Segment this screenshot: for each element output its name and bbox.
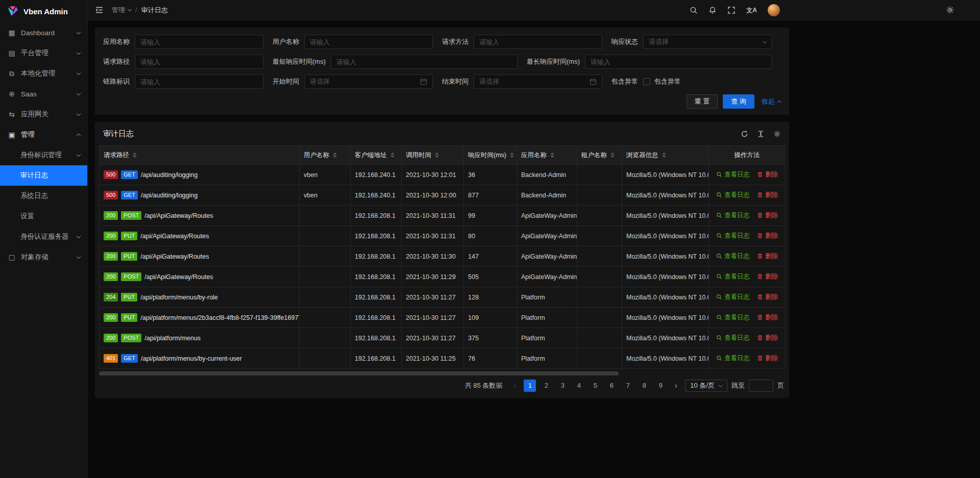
sidebar-item-1[interactable]: ▤平台管理	[0, 43, 87, 63]
collapse-label: 收起	[762, 97, 775, 106]
filter-input[interactable]	[135, 55, 263, 69]
user-avatar[interactable]	[768, 4, 780, 16]
sidebar-subitem-5-0[interactable]: 身份标识管理	[0, 145, 87, 165]
delete-link[interactable]: 删除	[757, 191, 778, 199]
method-tag: PUT	[121, 252, 137, 260]
sidebar-subitem-5-1[interactable]: 审计日志	[0, 165, 87, 186]
next-page-button[interactable]: ›	[671, 380, 681, 392]
column-header[interactable]: 租户名称	[577, 146, 622, 165]
settings-gear-icon[interactable]	[946, 6, 954, 14]
trash-icon	[757, 212, 763, 218]
column-header[interactable]: 调用时间	[402, 146, 464, 165]
filter-input[interactable]	[331, 55, 518, 69]
page-button-2[interactable]: 2	[540, 380, 552, 392]
delete-link[interactable]: 删除	[757, 334, 778, 342]
delete-link[interactable]: 删除	[757, 170, 778, 179]
filter-date-picker[interactable]: 请选择	[304, 74, 433, 89]
filter-input[interactable]	[135, 74, 263, 89]
sort-icon[interactable]	[333, 153, 337, 158]
sort-icon[interactable]	[662, 153, 666, 158]
search-icon[interactable]	[690, 6, 698, 14]
page-button-4[interactable]: 4	[573, 380, 585, 392]
view-log-link[interactable]: 查看日志	[716, 211, 750, 220]
refresh-icon[interactable]	[741, 130, 748, 138]
filter-input[interactable]	[474, 35, 602, 49]
page-button-8[interactable]: 8	[638, 380, 650, 392]
filter-field: 包含异常包含异常	[611, 74, 781, 89]
page-button-7[interactable]: 7	[622, 380, 634, 392]
delete-link[interactable]: 删除	[757, 354, 778, 363]
breadcrumb-root[interactable]: 管理	[112, 6, 131, 15]
duration-cell: 76	[464, 348, 517, 369]
delete-link[interactable]: 删除	[757, 211, 778, 220]
column-header[interactable]: 应用名称	[517, 146, 577, 165]
collapse-link[interactable]: 收起	[762, 97, 781, 106]
sort-icon[interactable]	[550, 153, 554, 158]
sidebar-item-4[interactable]: ⇆应用网关	[0, 104, 87, 124]
sidebar-item-2[interactable]: ⧉本地化管理	[0, 63, 87, 84]
translate-icon[interactable]: 文A	[746, 6, 757, 15]
row-height-icon[interactable]	[757, 130, 765, 138]
sidebar-subitem-5-4[interactable]: 身份认证服务器	[0, 227, 87, 247]
sort-icon[interactable]	[510, 153, 514, 158]
sort-icon[interactable]	[435, 153, 439, 158]
delete-link[interactable]: 删除	[757, 252, 778, 261]
menu-fold-icon[interactable]	[95, 6, 104, 14]
page-button-6[interactable]: 6	[605, 380, 618, 392]
column-header[interactable]: 客户端地址	[351, 146, 402, 165]
sort-icon[interactable]	[390, 153, 395, 158]
jump-page-input[interactable]	[749, 380, 773, 392]
delete-link[interactable]: 删除	[757, 313, 778, 322]
page-button-5[interactable]: 5	[589, 380, 601, 392]
view-log-link[interactable]: 查看日志	[716, 272, 750, 281]
sidebar-item-6[interactable]: ▢对象存储	[0, 247, 87, 267]
prev-page-button[interactable]: ‹	[509, 380, 520, 392]
table-settings-icon[interactable]	[773, 130, 781, 138]
delete-link[interactable]: 删除	[757, 232, 778, 240]
sidebar-subitem-label: 系统日志	[20, 191, 80, 200]
logo[interactable]: Vben Admin	[0, 0, 87, 22]
notification-bell-icon[interactable]	[708, 6, 717, 14]
filter-input[interactable]	[135, 35, 263, 49]
exception-checkbox[interactable]	[643, 78, 650, 85]
view-log-link[interactable]: 查看日志	[716, 313, 750, 322]
column-header[interactable]: 用户名称	[300, 146, 351, 165]
filter-field: 链路标识	[103, 74, 273, 89]
filter-date-picker[interactable]: 请选择	[474, 74, 602, 89]
sort-icon[interactable]	[610, 153, 615, 158]
view-log-link[interactable]: 查看日志	[716, 293, 750, 301]
pagination: 共 85 条数据‹123456789›10 条/页跳至页	[99, 380, 785, 392]
filter-input[interactable]	[585, 55, 772, 69]
delete-link[interactable]: 删除	[757, 272, 778, 281]
sidebar-subitem-5-2[interactable]: 系统日志	[0, 186, 87, 206]
date-placeholder: 请选择	[310, 77, 420, 86]
view-log-link[interactable]: 查看日志	[716, 334, 750, 342]
page-size-select[interactable]: 10 条/页	[685, 380, 727, 392]
page-button-9[interactable]: 9	[654, 380, 667, 392]
chevron-down-icon	[719, 383, 723, 387]
reset-button[interactable]: 重 置	[687, 94, 718, 109]
page-button-1[interactable]: 1	[524, 380, 536, 392]
view-log-link[interactable]: 查看日志	[716, 170, 750, 179]
filter-select[interactable]: 请选择	[643, 35, 772, 49]
sidebar-item-3[interactable]: ⊕Saas	[0, 84, 87, 104]
view-log-link[interactable]: 查看日志	[716, 252, 750, 261]
delete-link[interactable]: 删除	[757, 293, 778, 301]
view-log-link[interactable]: 查看日志	[716, 354, 750, 363]
page-button-3[interactable]: 3	[556, 380, 569, 392]
search-button[interactable]: 查 询	[723, 94, 754, 109]
column-header[interactable]: 浏览器信息	[622, 146, 709, 165]
sidebar-item-0[interactable]: ▦Dashboard	[0, 22, 87, 43]
view-log-link[interactable]: 查看日志	[716, 232, 750, 240]
sidebar-item-5[interactable]: ▣管理	[0, 124, 87, 145]
sort-icon[interactable]	[133, 153, 137, 158]
sidebar-subitem-5-3[interactable]: 设置	[0, 206, 87, 227]
page-size-value: 10 条/页	[690, 381, 715, 390]
search-icon	[716, 253, 722, 259]
column-header[interactable]: 请求路径	[100, 146, 300, 165]
scrollbar-thumb[interactable]	[99, 371, 619, 375]
view-log-link[interactable]: 查看日志	[716, 191, 750, 199]
filter-input[interactable]	[304, 35, 433, 49]
fullscreen-icon[interactable]	[727, 6, 736, 14]
column-header[interactable]: 响应时间(ms)	[464, 146, 517, 165]
